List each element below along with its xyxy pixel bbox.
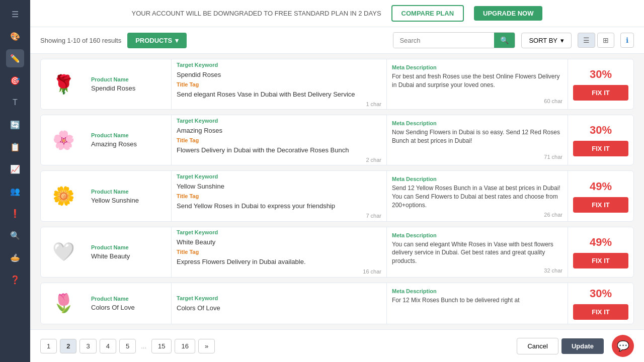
fix-it-button[interactable]: FIX IT bbox=[573, 304, 628, 320]
score-fix-section: 30% FIX IT bbox=[568, 115, 633, 165]
meta-char-count: 60 char bbox=[392, 98, 562, 104]
score-fix-section: 49% FIX IT bbox=[568, 227, 633, 277]
product-image: 🤍 bbox=[48, 234, 78, 269]
title-tag-value: Send elegant Roses Vase in Dubai with Be… bbox=[177, 90, 381, 98]
page-16-button[interactable]: 16 bbox=[175, 339, 195, 353]
target-keyword-value: White Beauty bbox=[177, 238, 381, 246]
target-keyword-label: Target Keyword bbox=[177, 173, 381, 179]
title-char-count: 16 char bbox=[177, 268, 381, 275]
page-2-button[interactable]: 2 bbox=[60, 339, 76, 353]
page-15-button[interactable]: 15 bbox=[151, 339, 172, 353]
title-tag-value: Flowers Delivery in Dubai with the Decor… bbox=[177, 146, 381, 154]
products-dropdown-button[interactable]: PRODUCTS ▾ bbox=[127, 33, 187, 48]
page-1-button[interactable]: 1 bbox=[40, 339, 57, 353]
product-name-value: Spendid Roses bbox=[91, 84, 166, 92]
view-toggle: ☰ ⊞ bbox=[578, 33, 614, 48]
fix-it-button[interactable]: FIX IT bbox=[573, 141, 628, 156]
upgrade-now-button[interactable]: UPGRADE NOW bbox=[474, 6, 542, 21]
title-char-count: 7 char bbox=[177, 213, 381, 219]
search-icon: 🔍 bbox=[500, 36, 509, 44]
products-label: PRODUCTS bbox=[135, 37, 172, 44]
product-image-section: 🌹 bbox=[41, 59, 86, 109]
sidebar-refresh-icon[interactable]: 🔄 bbox=[6, 116, 24, 134]
keyword-title-section: Target Keyword Colors Of Love bbox=[172, 283, 387, 324]
table-row: 🌸 Product Name Amazing Roses Target Keyw… bbox=[40, 115, 634, 165]
fix-it-button[interactable]: FIX IT bbox=[573, 85, 628, 101]
meta-desc-label: Meta Description bbox=[392, 288, 562, 294]
product-image-section: 🌼 bbox=[41, 171, 86, 221]
score-value: 30% bbox=[590, 287, 612, 300]
meta-desc-text: You can send elegant White Roses in Vase… bbox=[392, 240, 562, 265]
search-button[interactable]: 🔍 bbox=[494, 33, 515, 48]
sort-by-button[interactable]: SORT BY ▾ bbox=[521, 33, 572, 48]
title-tag-label: Title Tag bbox=[177, 193, 381, 199]
target-keyword-label: Target Keyword bbox=[177, 229, 381, 235]
fix-it-button[interactable]: FIX IT bbox=[573, 197, 628, 213]
sidebar-pie-icon[interactable]: 🥧 bbox=[6, 248, 24, 266]
product-name-label: Product Name bbox=[91, 132, 166, 138]
sort-arrow-icon: ▾ bbox=[560, 37, 564, 44]
sidebar-alert-icon[interactable]: ❗ bbox=[6, 204, 24, 222]
cancel-button[interactable]: Cancel bbox=[517, 338, 558, 354]
product-name-value: White Beauty bbox=[91, 252, 166, 260]
score-value: 49% bbox=[590, 180, 612, 193]
sidebar-help-icon[interactable]: ❓ bbox=[6, 270, 24, 289]
sidebar-users-icon[interactable]: 👥 bbox=[6, 182, 24, 200]
sidebar-text-icon[interactable]: T bbox=[6, 94, 24, 112]
product-name-section: Product Name White Beauty bbox=[86, 227, 172, 277]
meta-description-section: Meta Description Send 12 Yellow Roses Bu… bbox=[387, 171, 568, 221]
page-4-button[interactable]: 4 bbox=[100, 339, 116, 353]
page-5-button[interactable]: 5 bbox=[119, 339, 136, 353]
sidebar-menu-icon[interactable]: ☰ bbox=[6, 5, 24, 23]
target-keyword-value: Spendid Roses bbox=[177, 71, 381, 78]
product-name-section: Product Name Amazing Roses bbox=[86, 115, 172, 165]
meta-desc-label: Meta Description bbox=[392, 120, 562, 126]
product-name-label: Product Name bbox=[91, 189, 166, 195]
sidebar-edit-icon[interactable]: ✏️ bbox=[6, 49, 24, 67]
chat-button[interactable]: 💬 bbox=[612, 335, 634, 357]
sidebar-report-icon[interactable]: 📋 bbox=[6, 138, 24, 156]
table-row: 🌹 Product Name Spendid Roses Target Keyw… bbox=[40, 59, 634, 110]
meta-desc-label: Meta Description bbox=[392, 64, 562, 70]
target-keyword-label: Target Keyword bbox=[177, 62, 381, 68]
title-tag-label: Title Tag bbox=[177, 81, 381, 87]
search-input[interactable] bbox=[393, 33, 494, 48]
meta-desc-text: For 12 Mix Roses Bunch to be delivered r… bbox=[392, 296, 562, 319]
sidebar-chart-icon[interactable]: 📈 bbox=[6, 160, 24, 178]
product-image: 🌷 bbox=[48, 286, 78, 321]
score-fix-section: 49% FIX IT bbox=[568, 171, 633, 221]
title-tag-value: Send Yellow Roses in Dubai to express yo… bbox=[177, 202, 381, 210]
target-keyword-value: Amazing Roses bbox=[177, 127, 381, 134]
meta-description-section: Meta Description For best and fresh Rose… bbox=[387, 59, 568, 109]
compare-plan-button[interactable]: COMPARE PLAN bbox=[391, 5, 464, 22]
table-row: 🌷 Product Name Colors Of Love Target Key… bbox=[40, 283, 634, 324]
product-name-value: Amazing Roses bbox=[91, 140, 166, 148]
product-image: 🌼 bbox=[48, 178, 78, 214]
update-button[interactable]: Update bbox=[561, 338, 604, 354]
grid-view-button[interactable]: ⊞ bbox=[597, 33, 614, 48]
dropdown-arrow-icon: ▾ bbox=[175, 37, 179, 44]
sort-label: SORT BY bbox=[529, 37, 557, 44]
product-name-value: Colors Of Love bbox=[91, 304, 166, 311]
title-tag-label: Title Tag bbox=[177, 137, 381, 143]
product-image-section: 🤍 bbox=[41, 227, 86, 277]
fix-it-button[interactable]: FIX IT bbox=[573, 253, 628, 268]
list-view-button[interactable]: ☰ bbox=[578, 33, 595, 48]
sidebar-palette-icon[interactable]: 🎨 bbox=[6, 27, 24, 45]
info-button[interactable]: ℹ bbox=[620, 33, 634, 48]
product-name-value: Yellow Sunshine bbox=[91, 197, 166, 204]
banner-message: YOUR ACCOUNT WILL BE DOWNGRADED TO FREE … bbox=[132, 10, 381, 17]
meta-description-section: Meta Description For 12 Mix Roses Bunch … bbox=[387, 283, 568, 324]
product-list: 🌹 Product Name Spendid Roses Target Keyw… bbox=[30, 54, 644, 329]
meta-desc-label: Meta Description bbox=[392, 232, 562, 238]
pagination-bar: 1 2 3 4 5 ... 15 16 » Cancel Update 💬 bbox=[30, 329, 644, 362]
table-row: 🤍 Product Name White Beauty Target Keywo… bbox=[40, 227, 634, 278]
product-name-label: Product Name bbox=[91, 244, 166, 250]
meta-description-section: Meta Description Now Sending Flowers in … bbox=[387, 115, 568, 165]
title-char-count: 2 char bbox=[177, 157, 381, 163]
page-3-button[interactable]: 3 bbox=[79, 339, 96, 353]
page-next-button[interactable]: » bbox=[198, 339, 215, 353]
target-keyword-value: Colors Of Love bbox=[177, 304, 381, 312]
sidebar-search-icon[interactable]: 🔍 bbox=[6, 226, 24, 244]
sidebar-target-icon[interactable]: 🎯 bbox=[6, 71, 24, 89]
